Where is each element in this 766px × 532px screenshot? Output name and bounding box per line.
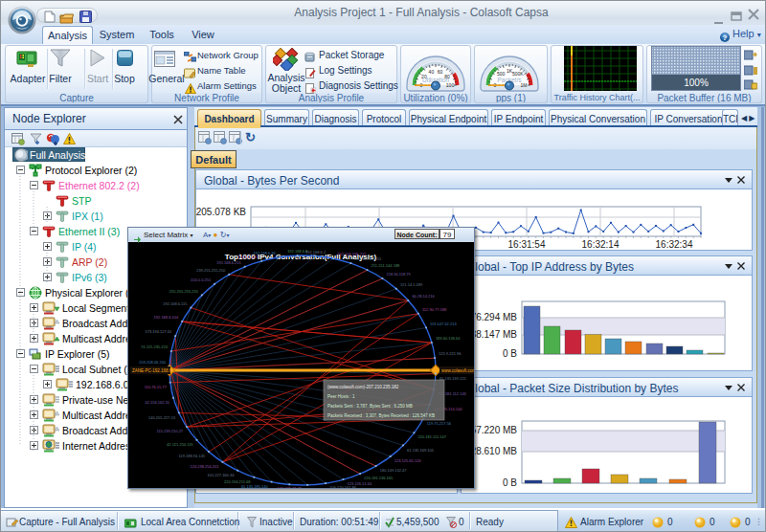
svg-text:42.156.162.55: 42.156.162.55 <box>146 400 170 405</box>
svg-text:183.60.136.64: 183.60.136.64 <box>436 336 461 341</box>
svg-text:Packets Received : 3,307, Byte: Packets Received : 3,307, Bytes Received… <box>327 413 435 418</box>
svg-text:115.239.210.27: 115.239.210.27 <box>157 429 184 433</box>
svg-text:192.168.6.255: 192.168.6.255 <box>216 260 241 265</box>
svg-text:60.28.14.216: 60.28.14.216 <box>412 294 435 299</box>
svg-text:100%: 100% <box>684 78 709 88</box>
svg-text:220.181.111.147: 220.181.111.147 <box>418 434 447 439</box>
svg-text:124.238.254.201: 124.238.254.201 <box>190 464 219 469</box>
svg-text:0 B: 0 B <box>503 477 517 488</box>
svg-text:192.168.6.104: 192.168.6.104 <box>154 315 179 320</box>
svg-text:224.0.0.251: 224.0.0.251 <box>191 277 212 282</box>
svg-text:123.125.65.120: 123.125.65.120 <box>394 458 422 463</box>
svg-text:110.76.15.77: 110.76.15.77 <box>145 385 168 389</box>
svg-text:205.078 KB: 205.078 KB <box>196 207 247 217</box>
svg-text:28.610 MB: 28.610 MB <box>471 446 518 456</box>
svg-text:16:31:54: 16:31:54 <box>508 239 546 250</box>
svg-text:239.255.255.250: 239.255.255.250 <box>196 268 226 273</box>
svg-text:www.colasoft.com-2: www.colasoft.com-2 <box>441 368 474 373</box>
svg-text:119.75.217.56: 119.75.217.56 <box>427 421 452 426</box>
svg-text:38.147 MB: 38.147 MB <box>471 329 518 340</box>
svg-text:16:32:34: 16:32:34 <box>656 239 693 250</box>
svg-text:76.294 MB: 76.294 MB <box>471 312 518 322</box>
svg-text:Packets Sent : 3,787, Bytes Se: Packets Sent : 3,787, Bytes Sent : 6.250… <box>327 404 413 409</box>
svg-text:74.125.235.224: 74.125.235.224 <box>141 344 169 349</box>
svg-text:16:32:14: 16:32:14 <box>582 239 620 250</box>
svg-text:173.194.127.41: 173.194.127.41 <box>145 329 172 334</box>
svg-text:203.208.46.200: 203.208.46.200 <box>139 360 167 365</box>
svg-text:119.147.32.213: 119.147.32.213 <box>430 321 457 326</box>
svg-text:100: 100 <box>446 82 455 88</box>
svg-text:(www.colasoft.com)-207.210.235: (www.colasoft.com)-207.210.235.182 <box>327 385 399 389</box>
svg-text:140.205.227.13: 140.205.227.13 <box>148 415 176 420</box>
svg-text:192.168.6.36: 192.168.6.36 <box>253 251 276 255</box>
svg-text:220.194.211.68: 220.194.211.68 <box>224 479 251 484</box>
svg-text:ZANE-PC-192.168.6.7: ZANE-PC-192.168.6.7 <box>132 368 176 373</box>
svg-text:180.149.132.47: 180.149.132.47 <box>380 468 408 473</box>
svg-text:42.121.254.119: 42.121.254.119 <box>167 442 193 447</box>
svg-text:61.135.169.105: 61.135.169.105 <box>407 448 435 453</box>
svg-text:121.9.221.96: 121.9.221.96 <box>439 351 462 356</box>
svg-text:61.135.185.140: 61.135.185.140 <box>241 484 269 488</box>
svg-text:112.90.77.188: 112.90.77.188 <box>422 307 447 312</box>
svg-text:255.255.255.255: 255.255.255.255 <box>169 289 199 294</box>
svg-text:57.220 MB: 57.220 MB <box>471 425 518 435</box>
svg-text:202.106.46.151: 202.106.46.151 <box>355 256 383 261</box>
svg-text:119.188.94.145: 119.188.94.145 <box>179 454 206 458</box>
svg-text:60: 60 <box>438 69 443 75</box>
svg-text:218.30.118.79: 218.30.118.79 <box>387 272 412 277</box>
svg-text:1M: 1M <box>521 82 528 88</box>
svg-text:192.168.6.2: 192.168.6.2 <box>305 250 327 255</box>
svg-text:101.227.160.34: 101.227.160.34 <box>208 473 236 477</box>
svg-text:106.120.161.86: 106.120.161.86 <box>329 485 357 488</box>
svg-text:220.181.136.165: 220.181.136.165 <box>364 476 394 480</box>
svg-text:0 B: 0 B <box>503 348 517 359</box>
svg-text:211.151.144.188: 211.151.144.188 <box>372 263 401 268</box>
svg-text:?: ? <box>723 33 728 42</box>
svg-text:40: 40 <box>429 69 435 75</box>
svg-text:192.168.6.115: 192.168.6.115 <box>163 301 188 306</box>
svg-text:123.125.71.79: 123.125.71.79 <box>278 486 303 488</box>
svg-text:121.14.1.189: 121.14.1.189 <box>400 282 423 287</box>
svg-text:Peer Hosts : 1: Peer Hosts : 1 <box>327 394 355 399</box>
